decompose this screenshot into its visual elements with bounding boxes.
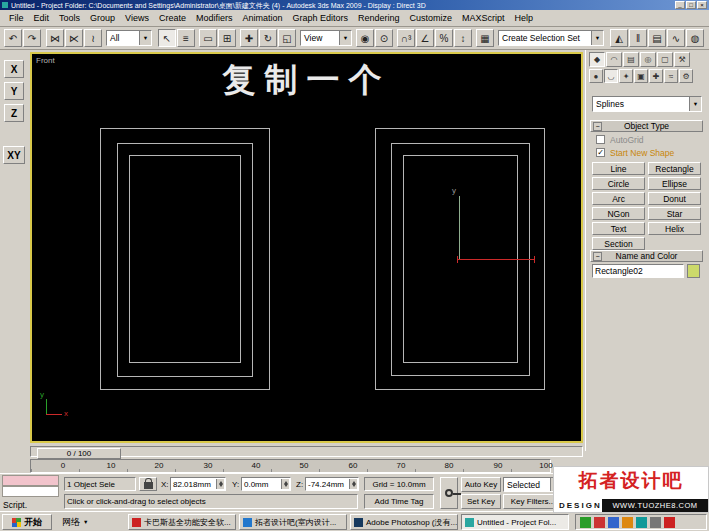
select-move-icon[interactable]: ✚	[240, 29, 258, 47]
undo-icon[interactable]: ↶	[4, 29, 22, 47]
menu-item-customize[interactable]: Customize	[405, 13, 458, 23]
create-line-button[interactable]: Line	[592, 162, 645, 175]
spline-type-dropdown[interactable]: Splines ▼	[592, 96, 702, 112]
rectangle-shape-inner-left[interactable]	[129, 155, 241, 363]
create-arc-button[interactable]: Arc	[592, 192, 645, 205]
create-helix-button[interactable]: Helix	[648, 222, 701, 235]
close-button[interactable]: ×	[697, 1, 707, 9]
pivot-center-icon[interactable]: ◉	[356, 29, 374, 47]
category-space-warps-icon[interactable]: ≈	[664, 69, 678, 83]
spinner-snap-icon[interactable]: ↕	[454, 29, 472, 47]
tab-modify[interactable]: ◠	[606, 52, 622, 67]
tray-icon[interactable]	[594, 517, 605, 528]
axis-z-button[interactable]: Z	[4, 104, 24, 122]
collapse-icon[interactable]: −	[593, 122, 602, 131]
select-rotate-icon[interactable]: ↻	[259, 29, 277, 47]
auto-key-button[interactable]: Auto Key	[461, 477, 501, 492]
rollout-name-and-color[interactable]: − Name and Color	[590, 250, 703, 262]
mirror-icon[interactable]: ◭	[610, 29, 628, 47]
axis-x-button[interactable]: X	[4, 60, 24, 78]
menu-item-graph-editors[interactable]: Graph Editors	[287, 13, 353, 23]
menu-item-group[interactable]: Group	[85, 13, 120, 23]
chevron-down-icon[interactable]: ▼	[139, 31, 151, 45]
taskbar-item-browser[interactable]: 拓者设计吧(室内设计...	[239, 514, 347, 530]
x-coord-spinner[interactable]	[216, 479, 224, 489]
tray-icon[interactable]	[636, 517, 647, 528]
tab-motion[interactable]: ◎	[640, 52, 656, 67]
tray-icon[interactable]	[622, 517, 633, 528]
taskbar-item-3dsmax[interactable]: Untitled - Project Fol...	[461, 514, 569, 530]
start-new-shape-checkbox[interactable]: ✓	[596, 148, 605, 157]
menu-item-views[interactable]: Views	[120, 13, 154, 23]
maximize-button[interactable]: □	[686, 1, 696, 9]
rollout-object-type[interactable]: − Object Type	[590, 120, 703, 132]
selection-filter-dropdown[interactable]: All ▼	[106, 30, 152, 46]
layer-manager-icon[interactable]: ▤	[648, 29, 666, 47]
create-star-button[interactable]: Star	[648, 207, 701, 220]
menu-item-maxscript[interactable]: MAXScript	[457, 13, 510, 23]
create-ngon-button[interactable]: NGon	[592, 207, 645, 220]
tray-icon[interactable]	[650, 517, 661, 528]
z-coord-field[interactable]: -74.24mm	[305, 477, 359, 491]
x-coord-field[interactable]: 82.018mm	[170, 477, 226, 491]
viewport-front[interactable]: Front 复制一个 y y x	[30, 52, 583, 443]
axis-y-button[interactable]: Y	[4, 82, 24, 100]
create-donut-button[interactable]: Donut	[648, 192, 701, 205]
select-by-name-icon[interactable]: ≡	[177, 29, 195, 47]
set-keys-button[interactable]	[440, 477, 458, 509]
window-crossing-icon[interactable]: ⊞	[218, 29, 236, 47]
chevron-down-icon[interactable]: ▼	[339, 31, 351, 45]
menu-item-file[interactable]: File	[4, 13, 29, 23]
time-slider-handle[interactable]: 0 / 100	[37, 448, 121, 459]
menu-item-rendering[interactable]: Rendering	[353, 13, 405, 23]
time-slider-track[interactable]: 0 / 100	[30, 446, 583, 457]
tray-icon[interactable]	[664, 517, 675, 528]
material-editor-icon[interactable]: ◍	[686, 29, 704, 47]
create-section-button[interactable]: Section	[592, 237, 645, 250]
taskbar-item-photoshop[interactable]: Adobe Photoshop (没有...	[350, 514, 458, 530]
menu-item-edit[interactable]: Edit	[29, 13, 55, 23]
rect-region-icon[interactable]: ▭	[199, 29, 217, 47]
curve-editor-icon[interactable]: ∿	[667, 29, 685, 47]
menu-item-create[interactable]: Create	[154, 13, 191, 23]
align-icon[interactable]: ‖	[629, 29, 647, 47]
select-object-icon[interactable]: ↖	[158, 29, 176, 47]
create-text-button[interactable]: Text	[592, 222, 645, 235]
set-key-button[interactable]: Set Key	[461, 494, 501, 509]
coord-system-dropdown[interactable]: View ▼	[300, 30, 352, 46]
category-geometry-icon[interactable]: ●	[589, 69, 603, 83]
category-shapes-icon[interactable]: ◡	[604, 69, 618, 83]
add-time-tag[interactable]: Add Time Tag	[364, 494, 434, 509]
named-selection-sets-icon[interactable]: ▦	[476, 29, 494, 47]
time-slider[interactable]: 0 / 100	[30, 445, 583, 458]
select-link-icon[interactable]: ⋈	[46, 29, 64, 47]
create-selection-set-dropdown[interactable]: Create Selection Set ▼	[498, 30, 604, 46]
create-rectangle-button[interactable]: Rectangle	[648, 162, 701, 175]
redo-icon[interactable]: ↷	[23, 29, 41, 47]
percent-snap-icon[interactable]: %	[435, 29, 453, 47]
menu-item-modifiers[interactable]: Modifiers	[191, 13, 238, 23]
select-manipulate-icon[interactable]: ⊙	[375, 29, 393, 47]
create-circle-button[interactable]: Circle	[592, 177, 645, 190]
axis-xy-button[interactable]: XY	[3, 146, 25, 164]
bind-spacewarp-icon[interactable]: ≀	[84, 29, 102, 47]
angle-snap-icon[interactable]: ∠	[416, 29, 434, 47]
selection-lock-icon[interactable]	[139, 477, 157, 491]
macro-recorder-pane[interactable]	[2, 475, 59, 486]
y-coord-field[interactable]: 0.0mm	[241, 477, 291, 491]
menu-item-animation[interactable]: Animation	[237, 13, 287, 23]
z-coord-spinner[interactable]	[349, 479, 357, 489]
taskbar-toolbar-network[interactable]: 网络 ▼	[58, 514, 104, 530]
category-cameras-icon[interactable]: ▣	[634, 69, 648, 83]
category-systems-icon[interactable]: ⚙	[679, 69, 693, 83]
category-helpers-icon[interactable]: ✚	[649, 69, 663, 83]
tab-display[interactable]: ▢	[657, 52, 673, 67]
select-scale-icon[interactable]: ◱	[278, 29, 296, 47]
snap-3d-icon[interactable]: ∩³	[397, 29, 415, 47]
object-name-field[interactable]	[592, 264, 684, 278]
tab-create[interactable]: ◆	[589, 52, 605, 67]
collapse-icon[interactable]: −	[593, 252, 602, 261]
menu-item-help[interactable]: Help	[510, 13, 539, 23]
taskbar-item-kaspersky[interactable]: 卡巴斯基全功能安全软...	[128, 514, 236, 530]
start-button[interactable]: 开始	[2, 514, 52, 530]
